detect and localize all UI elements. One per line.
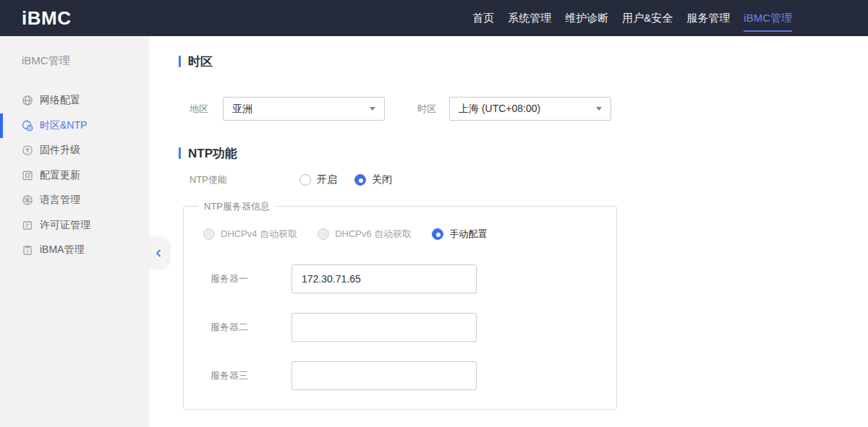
section-accent-bar — [179, 147, 181, 159]
timezone-label: 时区 — [417, 103, 449, 116]
region-label: 地区 — [190, 103, 223, 116]
timezone-select[interactable]: 上海 (UTC+08:00) — [449, 97, 611, 121]
nav-label: 用户&安全 — [622, 12, 673, 25]
radio-option-ntp-off[interactable]: 关闭 — [354, 173, 392, 186]
caret-down-icon — [370, 107, 375, 111]
ntp-server-info-legend: NTP服务器信息 — [198, 200, 276, 213]
ntp-enable-label: NTP使能 — [190, 173, 299, 186]
sidebar-item-license-management[interactable]: 许可证管理 — [0, 213, 149, 238]
sidebar-item-timezone-ntp[interactable]: 时区&NTP — [0, 113, 149, 139]
sidebar-item-config-update[interactable]: 配置更新 — [0, 163, 149, 189]
firmware-upgrade-icon — [22, 145, 33, 156]
nav-item-user-security[interactable]: 用户&安全 — [622, 0, 673, 36]
sidebar-item-label: 时区&NTP — [40, 119, 87, 132]
server-two-input[interactable] — [292, 313, 477, 342]
server-one-input[interactable] — [292, 264, 477, 293]
radio-label: 开启 — [317, 173, 337, 186]
server-one-row: 服务器一 — [184, 264, 616, 293]
nav-item-maintenance-diagnosis[interactable]: 维护诊断 — [565, 0, 608, 36]
timezone-section-title: 时区 — [179, 54, 868, 69]
server-three-input[interactable] — [292, 361, 477, 390]
config-update-icon — [22, 170, 33, 181]
region-select[interactable]: 亚洲 — [223, 97, 385, 121]
nav-label: 系统管理 — [508, 12, 551, 25]
section-accent-bar — [179, 56, 181, 67]
server-two-row: 服务器二 — [184, 313, 616, 342]
active-indicator-bar — [0, 113, 3, 139]
ntp-enable-radio-group: 开启 关闭 — [299, 173, 392, 186]
radio-disabled-icon — [318, 228, 329, 240]
timezone-select-value: 上海 (UTC+08:00) — [459, 103, 540, 116]
nav-label: 维护诊断 — [565, 12, 608, 25]
radio-option-manual-config[interactable]: 手动配置 — [432, 228, 487, 241]
sidebar-item-label: iBMA管理 — [40, 243, 84, 256]
timezone-form-row: 地区 亚洲 时区 上海 (UTC+08:00) — [179, 97, 868, 121]
sidebar-item-label: 配置更新 — [40, 169, 80, 182]
radio-label: DHCPv6 自动获取 — [335, 228, 412, 241]
radio-option-ntp-on[interactable]: 开启 — [299, 173, 337, 186]
active-tab-underline — [744, 30, 792, 32]
server-two-label: 服务器二 — [210, 321, 292, 334]
nav-item-ibmc-management[interactable]: iBMC管理 — [744, 0, 792, 36]
sidebar-item-language-management[interactable]: 语言管理 — [0, 188, 149, 213]
sidebar-item-network-config[interactable]: 网络配置 — [0, 88, 149, 113]
sidebar-item-label: 许可证管理 — [40, 219, 90, 232]
top-navbar: iBMC 首页 系统管理 维护诊断 用户&安全 服务管理 iBMC管理 — [0, 0, 868, 36]
server-three-label: 服务器三 — [210, 369, 292, 382]
language-icon — [22, 194, 33, 206]
ntp-server-info-group: NTP服务器信息 DHCPv4 自动获取 DHCPv6 自动获取 手动配置 服务… — [183, 206, 617, 410]
section-title-text: NTP功能 — [188, 145, 237, 162]
radio-checked-icon — [432, 228, 443, 240]
radio-label: DHCPv4 自动获取 — [221, 228, 297, 241]
radio-disabled-icon — [203, 228, 215, 240]
ntp-section-title: NTP功能 — [179, 146, 868, 160]
sidebar-item-ibma-management[interactable]: iBMA管理 — [0, 238, 149, 263]
sidebar-item-firmware-upgrade[interactable]: 固件升级 — [0, 138, 149, 163]
nav-item-service-management[interactable]: 服务管理 — [686, 0, 730, 36]
radio-label: 手动配置 — [449, 228, 487, 241]
server-one-label: 服务器一 — [210, 272, 292, 285]
nav-label: 服务管理 — [686, 12, 730, 25]
radio-option-dhcpv4-auto: DHCPv4 自动获取 — [203, 228, 297, 241]
caret-down-icon — [596, 107, 602, 111]
sidebar-item-label: 网络配置 — [40, 94, 80, 107]
radio-option-dhcpv6-auto: DHCPv6 自动获取 — [318, 228, 412, 241]
ibma-clipboard-icon — [22, 244, 33, 256]
radio-unchecked-icon — [299, 174, 311, 186]
nav-label: 首页 — [472, 12, 494, 25]
nav-label: iBMC管理 — [744, 12, 792, 25]
main-content: 时区 地区 亚洲 时区 上海 (UTC+08:00) NTP功能 NTP使能 开… — [149, 36, 868, 427]
ibmc-logo: iBMC — [22, 7, 71, 30]
ntp-enable-row: NTP使能 开启 关闭 — [179, 173, 868, 186]
sidebar-menu: 网络配置 时区&NTP 固件升级 — [0, 88, 149, 263]
license-icon — [22, 220, 33, 231]
top-navigation: 首页 系统管理 维护诊断 用户&安全 服务管理 iBMC管理 — [472, 0, 792, 36]
radio-checked-icon — [354, 174, 366, 186]
sidebar: iBMC管理 网络配置 时区&NTP — [0, 36, 149, 427]
nav-item-system-management[interactable]: 系统管理 — [508, 0, 551, 36]
server-three-row: 服务器三 — [184, 361, 616, 390]
sidebar-item-label: 固件升级 — [40, 144, 80, 157]
section-title-text: 时区 — [188, 53, 213, 70]
sidebar-item-label: 语言管理 — [40, 194, 80, 207]
network-globe-icon — [22, 95, 33, 106]
timezone-clock-icon — [22, 120, 33, 131]
sidebar-title: iBMC管理 — [22, 54, 149, 68]
region-select-value: 亚洲 — [232, 103, 252, 116]
nav-item-home[interactable]: 首页 — [472, 0, 494, 36]
radio-label: 关闭 — [372, 173, 392, 186]
